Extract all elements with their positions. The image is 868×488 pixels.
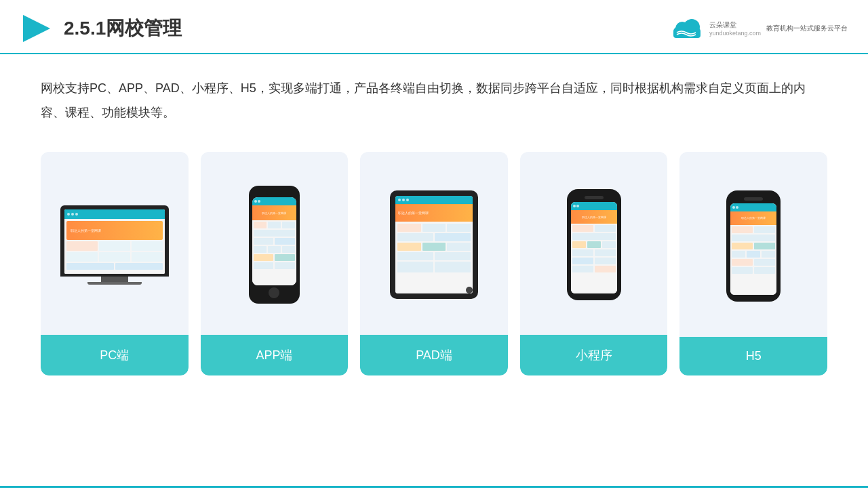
card-app-image: 职达人的第一堂网课 (201, 152, 349, 335)
h5-phone-mockup: 职达人的第一堂网课 (726, 190, 781, 302)
cloud-logo-icon (670, 16, 704, 41)
description-paragraph: 网校支持PC、APP、PAD、小程序、H5，实现多端打通，产品各终端自由切换，数… (41, 76, 827, 125)
card-h5-image: 职达人的第一堂网课 (679, 152, 827, 337)
card-app-label: APP端 (201, 335, 349, 375)
pad-tablet-mockup: 职达人的第一堂网课 (390, 190, 478, 299)
header: 2.5.1网校管理 云朵课堂 yunduoketang.com 教育机构一站式服… (0, 0, 868, 54)
card-h5-label: H5 (679, 337, 827, 375)
logo-text-area: 云朵课堂 yunduoketang.com (709, 20, 761, 37)
platform-cards: 职达人的第一堂网课 (0, 138, 868, 396)
pc-mockup: 职达人的第一堂网课 (60, 205, 169, 285)
card-pc-image: 职达人的第一堂网课 (41, 152, 189, 335)
card-pad-label: PAD端 (360, 335, 508, 375)
card-app: 职达人的第一堂网课 (201, 152, 349, 375)
logo-tagline: 教育机构一站式服务云平台 (766, 24, 848, 33)
page-title: 2.5.1网校管理 (64, 16, 182, 41)
description-text: 网校支持PC、APP、PAD、小程序、H5，实现多端打通，产品各终端自由切换，数… (0, 54, 868, 138)
play-icon (20, 12, 53, 45)
svg-marker-0 (23, 15, 50, 42)
card-pad: 职达人的第一堂网课 (360, 152, 508, 375)
miniprogram-phone-mockup: 职达人的第一堂网课 (567, 189, 621, 300)
logo-url: yunduoketang.com (709, 30, 761, 37)
card-miniprogram: 职达人的第一堂网课 (520, 152, 668, 375)
card-pc: 职达人的第一堂网课 (41, 152, 189, 375)
card-pad-image: 职达人的第一堂网课 (360, 152, 508, 335)
card-h5: 职达人的第一堂网课 (679, 152, 827, 375)
app-phone-mockup: 职达人的第一堂网课 (249, 186, 300, 304)
card-miniprogram-image: 职达人的第一堂网课 (520, 152, 668, 335)
logo-area: 云朵课堂 yunduoketang.com 教育机构一站式服务云平台 (670, 16, 848, 41)
logo-name: 云朵课堂 (709, 20, 761, 30)
card-pc-label: PC端 (41, 335, 189, 375)
header-left: 2.5.1网校管理 (20, 12, 182, 45)
card-miniprogram-label: 小程序 (520, 335, 668, 375)
